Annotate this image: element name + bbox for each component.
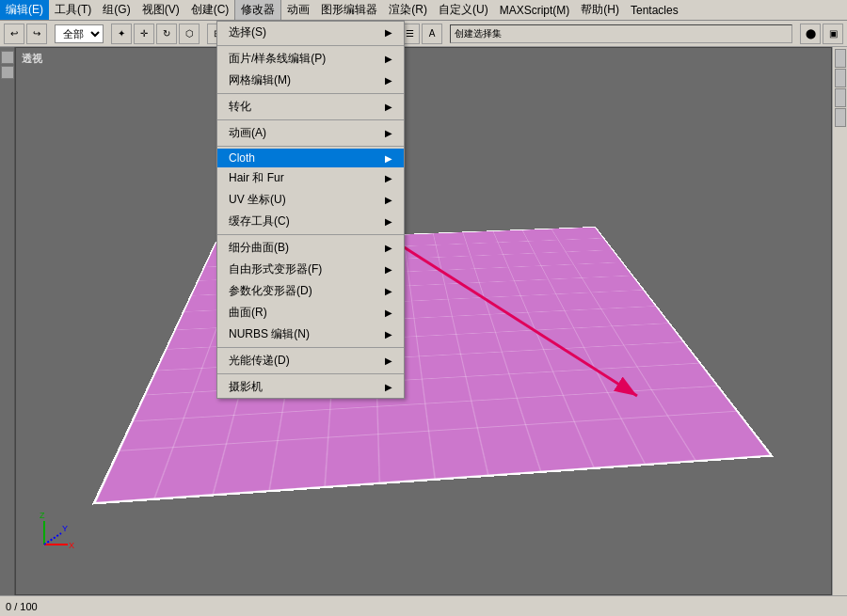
menu-group[interactable]: 组(G) [97, 0, 136, 20]
plane-container [92, 226, 774, 504]
viewport[interactable]: 透视 [15, 47, 832, 595]
svg-text:X: X [69, 541, 74, 550]
viewport-label: 透视 [22, 52, 42, 66]
axes-indicator: X Z Y [35, 507, 82, 557]
menu-tools[interactable]: 工具(T) [49, 0, 97, 20]
filter-dropdown[interactable]: 全部 [55, 24, 104, 43]
redo-button[interactable]: ↪ [26, 24, 47, 44]
right-btn-2[interactable] [835, 69, 846, 87]
menu-help[interactable]: 帮助(H) [575, 0, 625, 20]
menu-render[interactable]: 渲染(R) [383, 0, 433, 20]
right-panel [832, 47, 847, 595]
svg-text:Z: Z [40, 511, 45, 520]
arr-button[interactable]: ⊕ [348, 24, 369, 44]
menu-animation[interactable]: 动画 [281, 0, 315, 20]
menu-modifier[interactable]: 修改器 [234, 0, 281, 21]
per-button[interactable]: % [303, 24, 324, 44]
toolbar: ↩ ↪ 全部 ✦ ✛ ↻ ⬡ ⊞ ⊟ ⊠ 3 % ⇆ ⊕ ≡ ☰ A 创建选择集… [0, 21, 847, 47]
right-btn-3[interactable] [835, 88, 846, 107]
ref-button[interactable]: ⊞ [207, 24, 228, 44]
menu-bar: 编辑(E) 工具(T) 组(G) 视图(V) 创建(C) 修改器 动画 图形编辑… [0, 0, 847, 21]
ali-button[interactable]: ≡ [371, 24, 392, 44]
status-text: 0 / 100 [6, 601, 38, 612]
svg-line-2 [44, 533, 61, 545]
mir-button[interactable]: ⇆ [326, 24, 346, 44]
3d-plane [92, 226, 774, 504]
menu-view[interactable]: 视图(V) [136, 0, 185, 20]
scale-button[interactable]: ⬡ [179, 24, 200, 44]
undo-button[interactable]: ↩ [4, 24, 24, 44]
snap-button[interactable]: ⊟ [230, 24, 250, 44]
left-btn-1[interactable] [1, 51, 14, 64]
status-bar: 0 / 100 [0, 595, 847, 616]
menu-customize[interactable]: 自定义(U) [433, 0, 494, 20]
move-button[interactable]: ✛ [134, 24, 154, 44]
right-btn-1[interactable] [835, 49, 846, 68]
select-button[interactable]: ✦ [111, 24, 132, 44]
menu-graph-editor[interactable]: 图形编辑器 [315, 0, 383, 20]
svg-text:Y: Y [62, 524, 68, 533]
nam-button[interactable]: A [422, 24, 442, 44]
ren-button[interactable]: ⬤ [800, 24, 821, 44]
left-btn-2[interactable] [1, 66, 14, 79]
left-panel [0, 47, 15, 595]
menu-maxscript[interactable]: MAXScript(M) [494, 2, 576, 19]
main-area: 透视 [0, 47, 847, 595]
menu-create[interactable]: 创建(C) [185, 0, 235, 20]
menu-edit[interactable]: 编辑(E) [0, 0, 49, 20]
menu-tentacles[interactable]: Tentacles [625, 2, 684, 19]
ang-button[interactable]: ⊠ [252, 24, 273, 44]
rotate-button[interactable]: ↻ [156, 24, 177, 44]
right-btn-4[interactable] [835, 108, 846, 127]
snap3d-button[interactable]: 3 [280, 24, 301, 44]
cam-button[interactable]: ▣ [823, 24, 843, 44]
name-field[interactable]: 创建选择集 [450, 24, 792, 43]
lay-button[interactable]: ☰ [399, 24, 420, 44]
